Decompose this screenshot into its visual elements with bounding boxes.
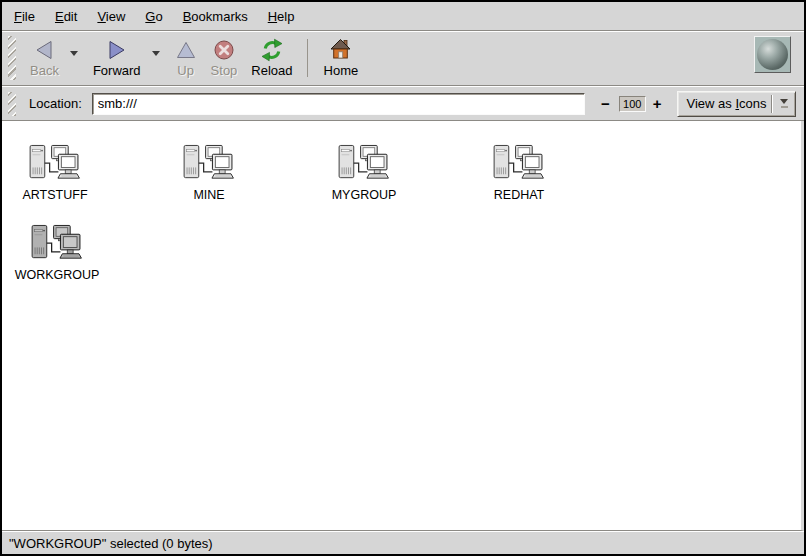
chevron-down-icon <box>152 51 160 73</box>
dropdown-indicator-icon <box>777 99 791 108</box>
menu-view-label: iew <box>106 9 126 24</box>
icon-item-mygroup[interactable]: MYGROUP <box>309 144 419 202</box>
network-workgroup-icon <box>182 144 237 185</box>
menu-go[interactable]: Go <box>135 4 172 29</box>
menu-help-mnemonic: H <box>268 9 277 24</box>
view-as-label-pre: View as <box>687 96 736 111</box>
back-button-label: Back <box>30 63 59 78</box>
throbber-globe-icon <box>757 39 788 70</box>
toolbar: Back Forward Up Stop <box>2 32 804 85</box>
network-workgroup-icon <box>28 144 83 185</box>
menu-bookmarks[interactable]: Bookmarks <box>173 4 258 29</box>
up-button[interactable]: Up <box>168 34 204 80</box>
menu-edit-mnemonic: E <box>55 9 64 24</box>
status-text: "WORKGROUP" selected (0 bytes) <box>9 536 213 551</box>
home-icon <box>329 36 352 63</box>
icon-item-mine[interactable]: MINE <box>154 144 264 202</box>
network-workgroup-icon <box>30 224 85 265</box>
throbber-indicator <box>754 36 791 73</box>
status-bar: "WORKGROUP" selected (0 bytes) <box>2 531 804 554</box>
location-bar-grip-handle[interactable] <box>8 92 16 116</box>
menu-file-mnemonic: F <box>14 9 22 24</box>
icon-label: MYGROUP <box>332 188 397 202</box>
view-as-label-rest: cons <box>739 96 766 111</box>
menu-help-label: elp <box>277 9 294 24</box>
icon-label: MINE <box>193 188 224 202</box>
menu-view[interactable]: View <box>87 4 135 29</box>
network-workgroup-icon <box>492 144 547 185</box>
reload-icon <box>260 36 284 63</box>
menu-edit-label: dit <box>64 9 78 24</box>
stop-button[interactable]: Stop <box>204 34 245 80</box>
stop-icon <box>213 36 235 63</box>
icon-item-redhat[interactable]: REDHAT <box>464 144 574 202</box>
menu-go-mnemonic: G <box>145 9 155 24</box>
menu-edit[interactable]: Edit <box>45 4 87 29</box>
menu-file[interactable]: File <box>4 4 45 29</box>
home-button[interactable]: Home <box>317 34 366 80</box>
back-history-dropdown-button[interactable] <box>66 55 82 75</box>
zoom-level-indicator[interactable]: 100 <box>619 96 646 112</box>
toolbar-separator <box>307 39 308 77</box>
back-button[interactable]: Back <box>23 34 66 80</box>
menu-bookmarks-label: ookmarks <box>191 9 247 24</box>
back-arrow-icon <box>33 36 55 63</box>
view-as-dropdown[interactable]: View as Icons <box>677 91 796 117</box>
menu-go-label: o <box>155 9 162 24</box>
icon-label: WORKGROUP <box>15 268 100 282</box>
forward-arrow-icon <box>106 36 128 63</box>
icon-label: REDHAT <box>494 188 544 202</box>
menu-file-label: ile <box>22 9 35 24</box>
location-label: Location: <box>29 96 82 111</box>
location-bar: Location: − 100 + View as Icons <box>2 87 804 121</box>
forward-button[interactable]: Forward <box>86 34 148 80</box>
reload-button[interactable]: Reload <box>244 34 299 80</box>
menu-view-mnemonic: V <box>97 9 105 24</box>
menu-help[interactable]: Help <box>258 4 305 29</box>
reload-button-label: Reload <box>251 63 292 78</box>
icon-item-artstuff[interactable]: ARTSTUFF <box>2 144 110 202</box>
forward-history-dropdown-button[interactable] <box>148 55 164 75</box>
home-button-label: Home <box>324 63 359 78</box>
icon-item-workgroup[interactable]: WORKGROUP <box>2 224 112 282</box>
icon-view-canvas: ARTSTUFF MINE MYGROUP REDHAT WORKGROUP <box>2 121 804 531</box>
stop-button-label: Stop <box>211 63 238 78</box>
network-workgroup-icon <box>337 144 392 185</box>
zoom-in-button[interactable]: + <box>651 95 664 112</box>
menubar: File Edit View Go Bookmarks Help <box>2 2 804 30</box>
zoom-out-button[interactable]: − <box>599 95 612 112</box>
up-arrow-icon <box>175 36 197 63</box>
file-manager-window: File Edit View Go Bookmarks Help Back Fo… <box>0 0 806 556</box>
location-input[interactable] <box>92 93 585 115</box>
chevron-down-icon <box>70 51 78 73</box>
toolbar-grip-handle[interactable] <box>8 36 16 80</box>
forward-button-label: Forward <box>93 63 141 78</box>
icon-label: ARTSTUFF <box>22 188 87 202</box>
view-as-dropdown-separator <box>771 95 773 113</box>
up-button-label: Up <box>177 63 194 78</box>
view-as-label: View as Icons <box>687 96 769 111</box>
